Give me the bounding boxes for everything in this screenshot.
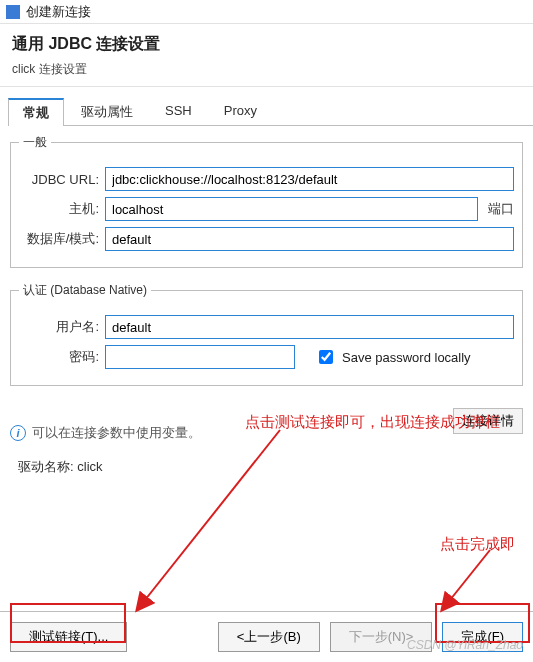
- titlebar: 创建新连接: [0, 0, 533, 24]
- fieldset-general: 一般 JDBC URL: 主机: 端口 数据库/模式:: [10, 134, 523, 268]
- annotation-arrow-2: [430, 545, 500, 615]
- titlebar-text: 创建新连接: [26, 3, 91, 21]
- next-button: 下一步(N)>: [330, 622, 433, 652]
- tab-ssh[interactable]: SSH: [150, 98, 207, 126]
- legend-auth: 认证 (Database Native): [19, 282, 151, 299]
- driver-label: 驱动名称:: [18, 459, 74, 474]
- tabs-container: 常规 驱动属性 SSH Proxy: [0, 87, 533, 126]
- user-input[interactable]: [105, 315, 514, 339]
- page-title: 通用 JDBC 连接设置: [12, 34, 521, 55]
- user-label: 用户名:: [19, 318, 99, 336]
- jdbc-url-label: JDBC URL:: [19, 172, 99, 187]
- info-text: 可以在连接参数中使用变量。: [32, 424, 201, 442]
- password-label: 密码:: [19, 348, 99, 366]
- app-icon: [6, 5, 20, 19]
- finish-button[interactable]: 完成(F): [442, 622, 523, 652]
- legend-general: 一般: [19, 134, 51, 151]
- password-input[interactable]: [105, 345, 295, 369]
- database-input[interactable]: [105, 227, 514, 251]
- save-password-label: Save password locally: [342, 350, 471, 365]
- page-subtitle: click 连接设置: [12, 61, 521, 78]
- fieldset-auth: 认证 (Database Native) 用户名: 密码: Save passw…: [10, 282, 523, 386]
- info-row: i 可以在连接参数中使用变量。: [10, 424, 201, 442]
- info-icon: i: [10, 425, 26, 441]
- driver-value: click: [77, 459, 102, 474]
- driver-row: 驱动名称: click: [18, 458, 515, 476]
- tab-general[interactable]: 常规: [8, 98, 64, 126]
- annotation-text-2: 点击完成即: [440, 535, 515, 554]
- footer: 测试链接(T)... <上一步(B) 下一步(N)> 完成(F): [0, 611, 533, 662]
- tab-content: 一般 JDBC URL: 主机: 端口 数据库/模式: 认证 (Database…: [0, 126, 533, 476]
- back-button[interactable]: <上一步(B): [218, 622, 320, 652]
- tab-proxy[interactable]: Proxy: [209, 98, 272, 126]
- database-label: 数据库/模式:: [19, 230, 99, 248]
- jdbc-url-input[interactable]: [105, 167, 514, 191]
- header: 通用 JDBC 连接设置 click 连接设置: [0, 24, 533, 87]
- host-label: 主机:: [19, 200, 99, 218]
- svg-line-1: [450, 550, 490, 600]
- tab-driver-props[interactable]: 驱动属性: [66, 98, 148, 126]
- save-password-checkbox[interactable]: [319, 350, 333, 364]
- test-connection-button[interactable]: 测试链接(T)...: [10, 622, 127, 652]
- host-input[interactable]: [105, 197, 478, 221]
- connection-details-button[interactable]: 连接详情: [453, 408, 523, 434]
- port-label: 端口: [488, 200, 514, 218]
